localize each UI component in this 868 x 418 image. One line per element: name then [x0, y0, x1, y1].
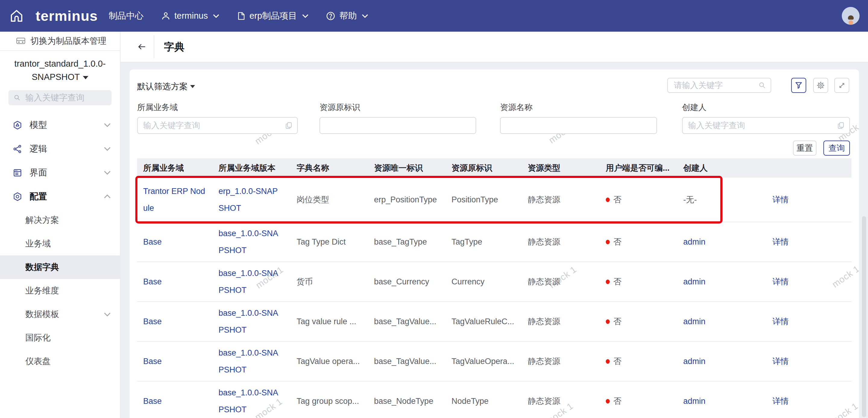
cell-text[interactable]: Base	[143, 233, 162, 250]
cell-text: TagValueRuleC...	[452, 313, 514, 330]
cell-resource-type: 静态资源	[522, 342, 600, 381]
cell-text[interactable]: admin	[683, 393, 706, 410]
cell-text[interactable]: Base	[143, 393, 162, 410]
column-header-dict-name: 字典名称	[290, 158, 368, 178]
filter-field-label: 创建人	[682, 102, 850, 113]
cell-origin-id: TagValueOpera...	[445, 342, 522, 381]
detail-link[interactable]: 详情	[772, 313, 789, 330]
filter-button[interactable]	[791, 78, 806, 93]
sidebar-item-interface[interactable]: 界面	[0, 161, 120, 185]
person-icon	[161, 11, 171, 21]
table-header-row: 所属业务域所属业务域版本字典名称资源唯一标识资源原标识资源类型用户端是否可编..…	[137, 158, 851, 178]
cell-text: 否	[613, 191, 621, 208]
cell-domain-version: base_1.0.0-SNA PSHOT	[213, 222, 290, 262]
cell-editable: 否	[600, 382, 677, 418]
origin-id-input[interactable]	[325, 121, 471, 130]
detail-link[interactable]: 详情	[772, 273, 789, 290]
sidebar-item-business-domain[interactable]: 业务域	[0, 232, 120, 256]
cell-action: 详情	[767, 262, 851, 301]
cell-text[interactable]: base_1.0.0-SNA PSHOT	[218, 305, 278, 338]
cell-unique-id: base_NodeType	[368, 382, 445, 418]
table-row: Basebase_1.0.0-SNA PSHOT货币base_CurrencyC…	[137, 262, 851, 302]
sidebar-item-i18n[interactable]: 国际化	[0, 326, 120, 350]
cell-text: 货币	[297, 273, 313, 290]
detail-link[interactable]: 详情	[772, 191, 789, 208]
back-button[interactable]	[134, 39, 149, 54]
reset-button[interactable]: 重置	[793, 141, 816, 156]
cell-text[interactable]: admin	[683, 273, 706, 290]
sidebar-item-model[interactable]: 模型	[0, 113, 120, 137]
switch-version-mode-button[interactable]: 切换为制品版本管理	[0, 32, 120, 51]
cell-text[interactable]: base_1.0.0-SNA PSHOT	[218, 345, 278, 378]
sidebar-item-config[interactable]: 配置	[0, 185, 120, 208]
cell-creator: admin	[677, 302, 767, 341]
business-domain-input[interactable]	[143, 121, 284, 130]
cell-dict-name: TagValue opera...	[290, 342, 368, 381]
cell-text[interactable]: Base	[143, 353, 162, 370]
cell-text: 静态资源	[528, 233, 560, 250]
cell-domain: Base	[137, 262, 213, 301]
detail-link[interactable]: 详情	[772, 353, 789, 370]
cell-dict-name: Tag Type Dict	[290, 222, 368, 262]
sidebar-item-data-template[interactable]: 数据模板	[0, 302, 120, 326]
cell-dict-name: Tag group scop...	[290, 382, 368, 418]
dictionary-table: 所属业务域所属业务域版本字典名称资源唯一标识资源原标识资源类型用户端是否可编..…	[137, 158, 851, 418]
sidebar-search-input[interactable]	[25, 93, 107, 103]
detail-link[interactable]: 详情	[772, 393, 789, 410]
cell-resource-type: 静态资源	[522, 178, 600, 222]
switch-icon	[16, 37, 26, 45]
cell-text: TagType	[452, 233, 482, 250]
cell-text: base_NodeType	[374, 393, 433, 410]
page-header: 字典	[120, 32, 868, 62]
avatar[interactable]	[842, 7, 860, 25]
cell-text: Tag group scop...	[297, 393, 359, 410]
column-header-domain: 所属业务域	[137, 158, 213, 178]
cell-text[interactable]: erp_1.0.0-SNAP SHOT	[218, 183, 278, 216]
nav-help-dropdown[interactable]: 帮助	[326, 10, 368, 22]
nav-project-dropdown[interactable]: erp制品项目	[236, 10, 309, 22]
cell-text: PositionType	[452, 191, 498, 208]
cell-text: 静态资源	[528, 353, 560, 370]
cell-action: 详情	[767, 382, 851, 418]
cell-text[interactable]: admin	[683, 313, 706, 330]
resource-name-input[interactable]	[505, 121, 652, 130]
expand-icon	[838, 81, 846, 90]
cell-text[interactable]: Base	[143, 313, 162, 330]
cell-text: 岗位类型	[297, 191, 329, 208]
package-version-dropdown[interactable]: trantor_standard_1.0.0-SNAPSHOT	[0, 57, 120, 84]
sidebar-item-solutions[interactable]: 解决方案	[0, 208, 120, 232]
cell-text: 静态资源	[528, 191, 560, 208]
cell-text[interactable]: admin	[683, 233, 706, 250]
config-icon	[13, 192, 22, 202]
keyword-search-input[interactable]	[673, 81, 758, 90]
cell-origin-id: TagValueRuleC...	[445, 302, 522, 341]
sidebar-item-business-dimension[interactable]: 业务维度	[0, 279, 120, 302]
vertical-scrollbar[interactable]	[862, 216, 866, 417]
query-button[interactable]: 查询	[824, 141, 850, 156]
nav-workspace-dropdown[interactable]: terminus	[161, 11, 219, 21]
filter-scheme-label: 默认筛选方案	[137, 81, 188, 92]
cell-domain: Trantor ERP Nod ule	[137, 178, 213, 222]
filter-scheme-dropdown[interactable]: 默认筛选方案	[137, 81, 195, 92]
cell-text[interactable]: Trantor ERP Nod ule	[143, 183, 205, 216]
creator-input[interactable]	[687, 121, 837, 130]
filter-field-origin-id: 资源原标识	[319, 102, 476, 134]
cell-editable: 否	[600, 222, 677, 262]
cell-text[interactable]: admin	[683, 353, 706, 370]
home-icon[interactable]	[9, 8, 24, 24]
sidebar-item-data-dictionary[interactable]: 数据字典	[0, 256, 120, 279]
filter-field-label: 所属业务域	[137, 102, 298, 113]
settings-button[interactable]	[813, 78, 828, 93]
cell-text[interactable]: base_1.0.0-SNA PSHOT	[218, 265, 278, 299]
cell-text[interactable]: base_1.0.0-SNA PSHOT	[218, 384, 278, 418]
cell-text[interactable]: base_1.0.0-SNA PSHOT	[218, 225, 278, 259]
cell-text[interactable]: Base	[143, 273, 162, 290]
logic-icon	[13, 144, 22, 154]
sidebar-item-dashboard[interactable]: 仪表盘	[0, 350, 120, 373]
back-arrow-icon	[136, 41, 147, 52]
cell-text: base_TagType	[374, 233, 427, 250]
sidebar-item-logic[interactable]: 逻辑	[0, 137, 120, 161]
detail-link[interactable]: 详情	[772, 233, 789, 250]
expand-button[interactable]	[834, 78, 849, 93]
dictionary-card: mock 1mock 1mock 1mock 1mock 1mock 1mock…	[130, 69, 859, 418]
